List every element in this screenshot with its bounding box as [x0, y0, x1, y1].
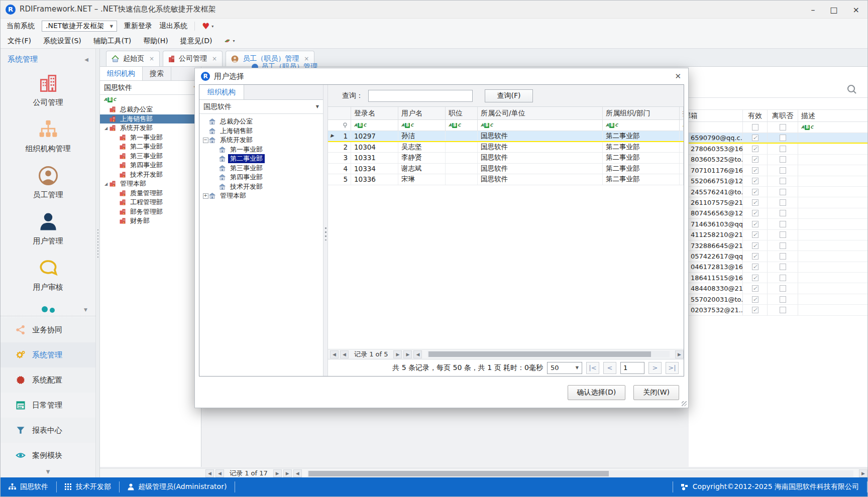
sidebar-item-company[interactable]: 公司管理: [33, 72, 63, 107]
prev-page-button[interactable]: <: [603, 362, 616, 374]
last-page-button[interactable]: >|: [666, 362, 679, 374]
close-tab-icon[interactable]: ×: [304, 55, 309, 62]
company-combo[interactable]: 国思软件 ▼: [100, 81, 201, 95]
scroll-left-button[interactable]: ◀: [293, 469, 302, 477]
resigned-checkbox[interactable]: [780, 264, 786, 270]
resigned-checkbox[interactable]: [780, 135, 786, 141]
valid-checkbox[interactable]: [752, 231, 758, 238]
horizontal-scrollbar[interactable]: [307, 470, 853, 477]
valid-checkbox[interactable]: [752, 296, 758, 303]
sidebar-module-config[interactable]: 系统配置: [1, 367, 95, 393]
scroll-left-button[interactable]: ◀: [413, 350, 422, 358]
valid-checkbox[interactable]: [752, 189, 758, 195]
table-row[interactable]: 484408330@21...: [689, 283, 867, 294]
valid-checkbox[interactable]: [752, 264, 758, 270]
last-record-button[interactable]: ▶: [403, 350, 412, 358]
sidebar-module-system[interactable]: 系统管理: [1, 342, 95, 367]
sidebar-module-report[interactable]: 报表中心: [1, 418, 95, 443]
tab-start-page[interactable]: 起始页 ×: [106, 51, 160, 66]
prev-record-button[interactable]: ◀: [215, 469, 224, 477]
valid-checkbox[interactable]: [752, 275, 758, 281]
resigned-checkbox[interactable]: [780, 231, 786, 238]
expand-icon[interactable]: [202, 193, 208, 199]
tab-company-mgmt[interactable]: 公司管理 ×: [163, 51, 223, 66]
prev-record-button[interactable]: ◀: [340, 350, 349, 358]
col-org[interactable]: 所属组织/部门: [603, 107, 680, 119]
filter-checkbox[interactable]: [752, 124, 758, 131]
sidebar-module-daily[interactable]: 日常管理: [1, 393, 95, 418]
confirm-select-button[interactable]: 确认选择(D): [568, 385, 626, 400]
col-desc[interactable]: 描述: [798, 110, 867, 121]
resigned-checkbox[interactable]: [780, 296, 786, 303]
sidebar-module-demo[interactable]: 案例模块: [1, 443, 95, 468]
valid-checkbox[interactable]: [752, 307, 758, 313]
table-row[interactable]: 803605325@to...: [689, 155, 867, 165]
table-row[interactable]: 6590790@qq.c...: [689, 133, 867, 144]
resigned-checkbox[interactable]: [780, 221, 786, 227]
maximize-button[interactable]: □: [830, 5, 837, 15]
menu-feedback[interactable]: 提意见(D): [180, 37, 212, 46]
resigned-checkbox[interactable]: [780, 285, 786, 292]
next-record-button[interactable]: ▶: [393, 350, 402, 358]
valid-checkbox[interactable]: [752, 242, 758, 249]
valid-checkbox[interactable]: [752, 253, 758, 260]
search-icon[interactable]: [846, 84, 857, 95]
system-combo[interactable]: .NET敏捷开发框架 ▼: [42, 21, 117, 32]
collapse-icon[interactable]: ◀: [84, 57, 88, 62]
tree-node[interactable]: 系统开发部: [199, 136, 323, 145]
expand-icon[interactable]: [103, 126, 109, 131]
dialog-close-button[interactable]: 关闭(W): [633, 385, 679, 400]
valid-checkbox[interactable]: [752, 135, 758, 141]
resize-grip[interactable]: [682, 401, 687, 406]
minimize-button[interactable]: –: [811, 5, 815, 15]
tree-node[interactable]: 第三事业部: [199, 164, 323, 173]
horizontal-scrollbar[interactable]: [427, 351, 670, 357]
first-record-button[interactable]: ◀: [205, 469, 214, 477]
table-row[interactable]: 186411515@16...: [689, 273, 867, 283]
col-login[interactable]: 登录名: [351, 107, 398, 119]
table-row[interactable]: 057422617@qq....: [689, 251, 867, 262]
table-row[interactable]: 552066751@12...: [689, 176, 867, 187]
table-row[interactable]: 278060353@16...: [689, 144, 867, 154]
menu-settings[interactable]: 系统设置(S): [43, 37, 81, 46]
user-row[interactable]: ▶3 10331 李静贤 国思软件 第二事业部: [328, 153, 684, 164]
resigned-checkbox[interactable]: [780, 199, 786, 206]
dialog-company-combo[interactable]: 国思软件 ▼: [199, 100, 323, 114]
table-row[interactable]: 411258210@21...: [689, 230, 867, 240]
tree-node[interactable]: 质量管理部: [100, 189, 201, 198]
last-record-button[interactable]: ▶: [283, 469, 292, 477]
resigned-checkbox[interactable]: [780, 156, 786, 163]
dialog-tab-org[interactable]: 组织机构: [199, 85, 244, 99]
resigned-checkbox[interactable]: [780, 178, 786, 184]
query-button[interactable]: 查询(F): [485, 89, 533, 102]
tree-node[interactable]: 技术开发部: [100, 170, 201, 180]
expand-icon[interactable]: [103, 182, 109, 186]
sidebar-item-employee[interactable]: 员工管理: [33, 165, 63, 200]
table-row[interactable]: 732886645@21...: [689, 240, 867, 251]
query-input[interactable]: [368, 90, 473, 102]
col-resigned[interactable]: 离职否: [768, 110, 798, 121]
sidebar-more[interactable]: ▼: [1, 469, 95, 474]
valid-checkbox[interactable]: [752, 221, 758, 227]
tree-node[interactable]: 系统开发部: [100, 123, 201, 133]
valid-checkbox[interactable]: [752, 146, 758, 152]
dialog-splitter[interactable]: [323, 85, 328, 376]
tree-node[interactable]: 第二事业部: [199, 154, 323, 164]
tree-node[interactable]: 管理本部: [100, 179, 201, 189]
table-row[interactable]: 807456563@12...: [689, 208, 867, 219]
tree-node[interactable]: 上海销售部: [199, 127, 323, 136]
tree-node[interactable]: 上海销售部: [100, 114, 201, 124]
menu-help[interactable]: 帮助(H): [143, 37, 168, 46]
scrollbar-thumb[interactable]: [428, 351, 651, 357]
valid-checkbox[interactable]: [752, 178, 758, 184]
col-desc[interactable]: 描述: [680, 107, 684, 119]
next-record-button[interactable]: ▶: [273, 469, 282, 477]
tree-node[interactable]: 第四事业部: [199, 173, 323, 182]
tree-node[interactable]: 总裁办公室: [100, 105, 201, 114]
table-row[interactable]: 714636103@qq....: [689, 219, 867, 229]
table-row[interactable]: 557020031@to...: [689, 294, 867, 305]
relogin-button[interactable]: 重新登录: [124, 22, 152, 31]
table-row[interactable]: 261107575@21...: [689, 197, 867, 208]
scroll-right-button[interactable]: ▶: [859, 469, 867, 477]
user-row[interactable]: ▶5 10336 宋琳 国思软件 第二事业部: [328, 174, 684, 185]
